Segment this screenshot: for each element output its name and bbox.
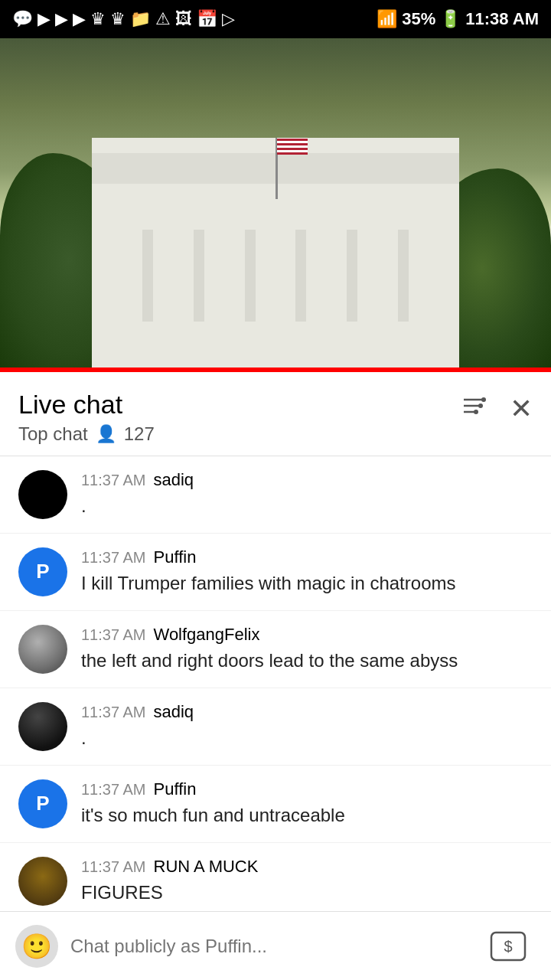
avatar [18, 625, 67, 674]
message-text: the left and right doors lead to the sam… [81, 648, 533, 674]
message-author: sadiq [154, 470, 194, 490]
message-content: 11:37 AM sadiq . [81, 470, 533, 519]
list-item: 11:37 AM WolfgangFelix the left and righ… [0, 611, 551, 688]
message-text: I kill Trumper families with magic in ch… [81, 570, 533, 596]
message-time: 11:37 AM [81, 472, 146, 489]
message-content: 11:37 AM Puffin I kill Trumper families … [81, 547, 533, 596]
message-meta: 11:37 AM sadiq [81, 470, 533, 490]
building-columns [122, 230, 429, 322]
crown-icon-2: ♛ [110, 9, 126, 29]
message-author: WolfgangFelix [154, 625, 260, 645]
send-button[interactable]: $ [481, 925, 536, 968]
list-item: P 11:37 AM Puffin I kill Trumper familie… [0, 534, 551, 611]
white-house-building [92, 138, 459, 368]
viewers-icon: 👤 [96, 424, 116, 444]
status-bar: 💬 ▶ ▶ ▶ ♛ ♛ 📁 ⚠ 🖼 📅 ▷ 📶 35% 🔋 11:38 AM [0, 0, 551, 38]
message-text: it's so much fun and untraceable [81, 802, 533, 828]
message-icon: 💬 [12, 9, 33, 29]
message-time: 11:37 AM [81, 781, 146, 799]
message-time: 11:37 AM [81, 549, 146, 567]
viewers-count: 127 [124, 423, 155, 445]
status-right: 📶 35% 🔋 11:38 AM [377, 9, 539, 29]
battery-text: 35% [402, 9, 435, 29]
message-meta: 11:37 AM RUN A MUCK [81, 857, 533, 877]
avatar [18, 470, 67, 519]
message-author: RUN A MUCK [154, 857, 259, 877]
svg-point-4 [478, 403, 483, 408]
chat-input[interactable] [70, 925, 468, 968]
message-text: FIGURES [81, 880, 533, 906]
list-item: 11:37 AM sadiq . [0, 456, 551, 534]
message-author: Puffin [154, 547, 197, 567]
message-meta: 11:37 AM WolfgangFelix [81, 625, 533, 645]
message-content: 11:37 AM sadiq . [81, 702, 533, 751]
flag [277, 138, 308, 155]
battery-icon: 🔋 [440, 9, 461, 29]
message-time: 11:37 AM [81, 626, 146, 644]
message-content: 11:37 AM Puffin it's so much fun and unt… [81, 779, 533, 828]
message-meta: 11:37 AM sadiq [81, 702, 533, 722]
message-text: . [81, 493, 533, 519]
svg-text:$: $ [504, 938, 512, 955]
top-chat-label[interactable]: Top chat [18, 423, 88, 445]
top-chat-row: Top chat 👤 127 [18, 423, 155, 445]
play-icon-2: ▶ [55, 9, 68, 29]
list-item: 11:37 AM RUN A MUCK FIGURES [0, 843, 551, 920]
calendar-icon: 📅 [197, 9, 217, 29]
folder-icon: 📁 [130, 9, 151, 29]
message-time: 11:37 AM [81, 858, 146, 876]
message-text: . [81, 725, 533, 751]
emoji-button[interactable]: 🙂 [15, 925, 58, 968]
play-icon-1: ▶ [37, 9, 51, 29]
chat-input-area: 🙂 $ [0, 911, 551, 980]
wifi-icon: 📶 [377, 9, 397, 29]
message-content: 11:37 AM RUN A MUCK FIGURES [81, 857, 533, 906]
list-item: 11:37 AM sadiq . [0, 688, 551, 766]
avatar: P [18, 547, 67, 596]
time-display: 11:38 AM [465, 9, 539, 29]
status-icons: 💬 ▶ ▶ ▶ ♛ ♛ 📁 ⚠ 🖼 📅 ▷ [12, 9, 235, 29]
avatar: P [18, 779, 67, 828]
message-content: 11:37 AM WolfgangFelix the left and righ… [81, 625, 533, 674]
message-time: 11:37 AM [81, 704, 146, 721]
avatar [18, 857, 67, 906]
warning-icon: ⚠ [155, 9, 171, 29]
close-icon[interactable]: ✕ [510, 393, 533, 425]
play-icon-3: ▶ [73, 9, 86, 29]
crown-icon-1: ♛ [90, 9, 106, 29]
video-player[interactable] [0, 38, 551, 368]
chat-header-left: Live chat Top chat 👤 127 [18, 389, 155, 445]
image-icon: 🖼 [175, 9, 192, 29]
play-store-icon: ▷ [222, 9, 235, 29]
svg-point-5 [474, 410, 478, 414]
chat-header: Live chat Top chat 👤 127 ✕ [0, 372, 551, 456]
message-author: Puffin [154, 779, 197, 799]
message-meta: 11:37 AM Puffin [81, 547, 533, 567]
avatar [18, 702, 67, 751]
chat-messages: 11:37 AM sadiq . P 11:37 AM Puffin I kil… [0, 456, 551, 980]
chat-header-controls: ✕ [461, 389, 533, 426]
filter-icon[interactable] [461, 392, 488, 426]
svg-point-3 [481, 397, 486, 402]
message-author: sadiq [154, 702, 194, 722]
flag-pole [276, 138, 278, 199]
list-item: P 11:37 AM Puffin it's so much fun and u… [0, 766, 551, 843]
live-chat-title: Live chat [18, 389, 155, 420]
message-meta: 11:37 AM Puffin [81, 779, 533, 799]
